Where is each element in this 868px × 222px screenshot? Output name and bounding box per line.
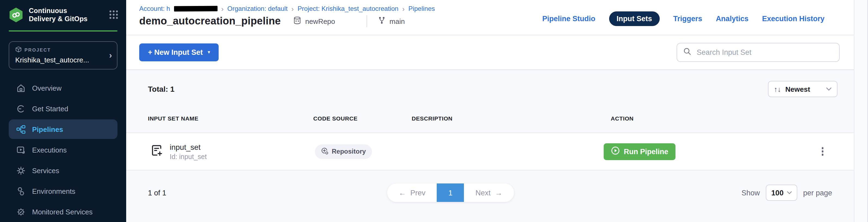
repository-icon <box>293 16 301 26</box>
list-header: Total: 1 ↑↓ Newest <box>148 81 838 97</box>
caret-down-icon: ▾ <box>208 50 210 55</box>
sort-arrows-icon: ↑↓ <box>774 85 781 93</box>
executions-icon <box>16 145 26 154</box>
input-set-icon <box>150 143 164 159</box>
sidebar-item-label: Pipelines <box>32 125 63 133</box>
environments-icon <box>16 186 26 196</box>
page-range-label: 1 of 1 <box>148 189 166 197</box>
next-page-button[interactable]: Next → <box>464 183 514 202</box>
sidebar-item-label: Overview <box>32 84 61 92</box>
sort-dropdown[interactable]: ↑↓ Newest <box>768 81 838 97</box>
total-count: Total: 1 <box>148 85 175 94</box>
sidebar-item-executions[interactable]: Executions <box>9 140 118 159</box>
home-icon <box>16 83 26 92</box>
chevron-right-icon: › <box>221 5 223 12</box>
toolbar: + New Input Set ▾ <box>126 35 854 70</box>
scrollbar-track[interactable] <box>854 0 868 222</box>
page-header: Account: h › Organization: default › Pro… <box>126 0 854 35</box>
sidebar-item-get-started[interactable]: Get Started <box>9 99 118 118</box>
column-header-description: DESCRIPTION <box>412 115 604 121</box>
sidebar-item-label: Executions <box>32 146 67 154</box>
run-pipeline-button[interactable]: Run Pipeline <box>604 143 676 160</box>
product-title-line1: Continuous <box>29 7 103 15</box>
page-size-select[interactable]: 100 <box>766 185 797 201</box>
project-selector-label-row: PROJECT <box>15 46 103 54</box>
prev-label: Prev <box>410 189 426 197</box>
sidebar-item-label: Services <box>32 166 59 175</box>
tab-input-sets[interactable]: Input Sets <box>609 11 660 26</box>
per-page-label: per page <box>803 189 832 197</box>
tab-pipeline-studio[interactable]: Pipeline Studio <box>542 15 595 23</box>
git-branch-icon <box>378 16 385 26</box>
vertical-divider <box>367 15 367 27</box>
monitored-services-icon <box>16 207 26 216</box>
pager: ← Prev 1 Next → <box>387 183 514 202</box>
page-size-control: Show 100 per page <box>742 185 832 201</box>
tab-execution-history[interactable]: Execution History <box>762 15 825 23</box>
breadcrumb-pipelines[interactable]: Pipelines <box>408 5 435 12</box>
project-label: PROJECT <box>25 47 51 53</box>
next-label: Next <box>475 189 491 197</box>
pipelines-icon <box>16 124 26 134</box>
prev-page-button[interactable]: ← Prev <box>387 183 437 202</box>
product-title: Continuous Delivery & GitOps <box>29 7 103 23</box>
pagination: 1 of 1 ← Prev 1 Next → Show 100 <box>148 183 838 202</box>
row-menu-kebab-icon[interactable] <box>819 145 826 158</box>
module-grid-icon[interactable] <box>109 10 119 22</box>
search-input[interactable] <box>695 48 833 57</box>
chevron-right-icon: › <box>291 5 294 12</box>
current-page-button[interactable]: 1 <box>437 183 464 202</box>
breadcrumb-account[interactable]: Account: h <box>139 5 170 12</box>
chevron-right-icon: › <box>402 5 405 12</box>
breadcrumb-organization[interactable]: Organization: default <box>227 5 288 12</box>
sidebar-item-label: Get Started <box>32 105 68 113</box>
page-size-value: 100 <box>771 189 783 197</box>
show-label: Show <box>742 189 760 197</box>
action-cell: Run Pipeline <box>604 143 838 160</box>
column-header-code-source: CODE SOURCE <box>313 115 412 121</box>
repo-chip: newRepo <box>293 16 335 26</box>
repo-name: newRepo <box>305 17 335 25</box>
get-started-icon <box>16 104 26 113</box>
sidebar-item-monitored-services[interactable]: Monitored Services <box>9 202 118 221</box>
project-selector[interactable]: PROJECT Krishika_test_autocre... › <box>9 41 118 70</box>
branch-chip: main <box>378 16 405 26</box>
input-set-name[interactable]: input_set <box>170 143 207 151</box>
harness-logo-icon <box>9 8 23 25</box>
breadcrumb-project[interactable]: Project: Krishika_test_autocreation <box>298 5 398 12</box>
table-header-row: INPUT SET NAME CODE SOURCE DESCRIPTION A… <box>148 115 838 121</box>
search-icon <box>683 47 691 58</box>
sidebar-item-environments[interactable]: Environments <box>9 181 118 201</box>
sidebar: Continuous Delivery & GitOps PROJECT Kri… <box>0 0 126 222</box>
pipeline-tabs: Pipeline Studio Input Sets Triggers Anal… <box>542 11 825 26</box>
project-name: Krishika_test_autocre... <box>15 56 103 64</box>
tab-triggers[interactable]: Triggers <box>673 15 703 23</box>
repository-badge-icon <box>321 147 329 156</box>
tab-analytics[interactable]: Analytics <box>716 15 748 23</box>
branch-name: main <box>390 17 405 25</box>
sidebar-item-pipelines[interactable]: Pipelines <box>9 119 118 139</box>
module-accent-underline <box>9 30 118 32</box>
sidebar-item-label: Environments <box>32 187 75 195</box>
code-source-label: Repository <box>332 148 366 155</box>
chevron-right-icon: › <box>109 51 112 60</box>
arrow-left-icon: ← <box>399 189 406 197</box>
new-input-set-button[interactable]: + New Input Set ▾ <box>139 43 219 61</box>
play-circle-icon <box>611 146 620 157</box>
input-set-name-cell: input_set Id: input_set <box>148 143 313 160</box>
new-input-set-label: + New Input Set <box>148 48 203 57</box>
sidebar-item-overview[interactable]: Overview <box>9 78 118 98</box>
search-box <box>677 43 840 62</box>
sidebar-item-services[interactable]: Services <box>9 161 118 180</box>
input-sets-content: Total: 1 ↑↓ Newest INPUT SET NAME CODE S… <box>126 70 854 222</box>
arrow-right-icon: → <box>495 189 502 197</box>
input-set-id: Id: input_set <box>170 153 207 160</box>
chevron-down-icon <box>787 191 792 194</box>
table-row[interactable]: input_set Id: input_set Repository Run P… <box>126 133 854 171</box>
page-title: demo_autocreation_pipeline <box>139 15 281 27</box>
redacted-account-name <box>174 6 217 11</box>
sidebar-nav: Overview Get Started Pipelines Execution… <box>0 78 126 221</box>
sidebar-item-label: Monitored Services <box>32 208 93 216</box>
main-area: Account: h › Organization: default › Pro… <box>126 0 854 222</box>
services-icon <box>16 166 26 175</box>
